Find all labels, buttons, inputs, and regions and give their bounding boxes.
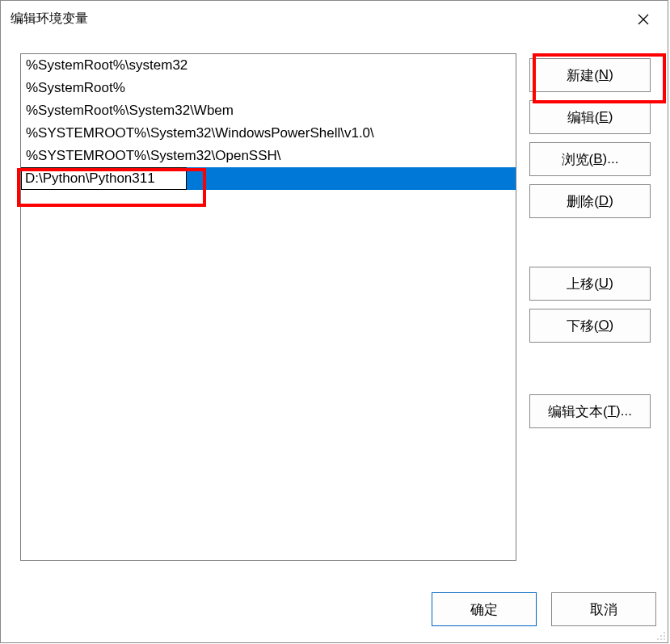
edit-button[interactable]: 编辑(E) [529, 100, 651, 134]
path-listbox[interactable]: %SystemRoot%\system32%SystemRoot%%System… [20, 53, 516, 561]
content-area: %SystemRoot%\system32%SystemRoot%%System… [1, 37, 668, 584]
delete-button-label-prefix: 删除( [567, 192, 599, 211]
list-item[interactable] [21, 167, 516, 190]
browse-button-label-suffix: )... [603, 151, 619, 167]
edittext-button-label-prefix: 编辑文本( [548, 402, 608, 421]
down-button-label-prefix: 下移( [567, 317, 599, 335]
new-button-label-suffix: ) [609, 67, 613, 83]
svg-point-5 [657, 638, 659, 640]
list-item[interactable]: %SYSTEMROOT%\System32\OpenSSH\ [21, 145, 516, 167]
dialog-window: 编辑环境变量 %SystemRoot%\system32%SystemRoot%… [0, 0, 668, 643]
close-button[interactable] [619, 1, 668, 37]
new-button-accel: N [599, 67, 609, 83]
down-button-accel: O [598, 318, 609, 334]
edit-button-label-prefix: 编辑( [567, 108, 600, 127]
down-button-label-suffix: ) [609, 318, 614, 334]
svg-point-3 [660, 635, 662, 637]
spacer [529, 351, 651, 386]
browse-button[interactable]: 浏览(B)... [529, 142, 651, 176]
spacer [529, 226, 651, 259]
browse-button-accel: B [593, 151, 602, 167]
up-button-accel: U [599, 276, 609, 292]
delete-button[interactable]: 删除(D) [529, 184, 651, 218]
ok-button[interactable]: 确定 [432, 592, 537, 626]
side-buttons: 新建(N) 编辑(E) 浏览(B)... 删除(D) 上移(U) 下移(O) 编… [529, 53, 651, 581]
svg-point-4 [664, 635, 665, 637]
svg-point-6 [660, 638, 662, 640]
move-down-button[interactable]: 下移(O) [529, 309, 651, 343]
up-button-label-suffix: ) [609, 276, 613, 292]
delete-button-accel: D [599, 193, 609, 209]
footer: 确定 取消 [1, 584, 668, 642]
list-item[interactable]: %SYSTEMROOT%\System32\WindowsPowerShell\… [21, 122, 516, 145]
list-item[interactable]: %SystemRoot%\System32\Wbem [21, 99, 516, 122]
edittext-button-label-suffix: )... [616, 403, 632, 419]
list-item[interactable]: %SystemRoot%\system32 [21, 54, 516, 77]
new-button[interactable]: 新建(N) [529, 58, 651, 92]
edit-text-button[interactable]: 编辑文本(T)... [529, 394, 651, 428]
browse-button-label-prefix: 浏览( [562, 150, 594, 169]
window-title: 编辑环境变量 [11, 11, 88, 27]
list-item[interactable]: %SystemRoot% [21, 77, 516, 99]
path-edit-input[interactable] [21, 167, 187, 190]
delete-button-label-suffix: ) [609, 193, 613, 209]
up-button-label-prefix: 上移( [567, 275, 599, 293]
resize-grip-icon[interactable] [653, 628, 666, 641]
svg-point-7 [664, 638, 665, 640]
move-up-button[interactable]: 上移(U) [529, 267, 651, 301]
edit-button-accel: E [599, 109, 608, 125]
close-icon [637, 13, 650, 26]
edit-button-label-suffix: ) [609, 109, 613, 125]
titlebar: 编辑环境变量 [1, 1, 668, 37]
cancel-button[interactable]: 取消 [551, 592, 656, 626]
new-button-label-prefix: 新建( [567, 66, 599, 85]
svg-point-2 [664, 632, 665, 633]
edittext-button-accel: T [608, 403, 616, 419]
